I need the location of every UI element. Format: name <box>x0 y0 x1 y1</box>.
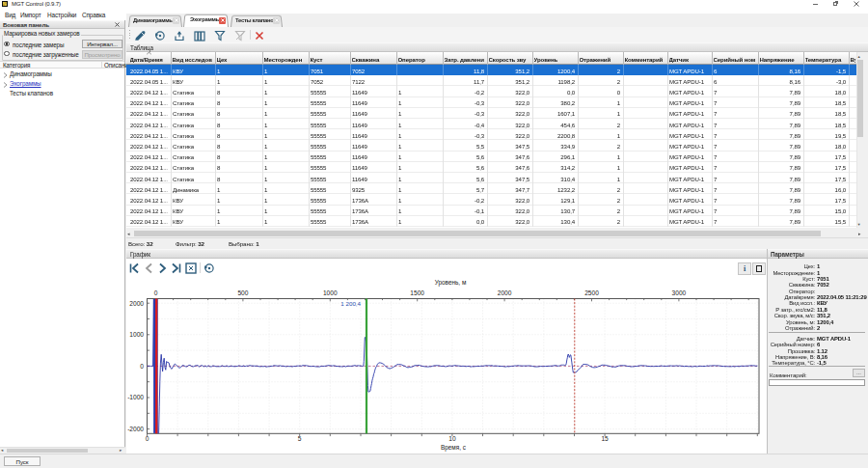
svg-text:1 200,4: 1 200,4 <box>340 300 361 307</box>
svg-text:5: 5 <box>298 435 302 442</box>
svg-text:1000: 1000 <box>129 331 144 338</box>
svg-text:500: 500 <box>237 289 248 296</box>
svg-text:15: 15 <box>601 435 609 442</box>
svg-text:0: 0 <box>140 363 144 370</box>
svg-text:2500: 2500 <box>584 289 599 296</box>
svg-text:-1000: -1000 <box>127 394 144 400</box>
svg-text:0: 0 <box>146 435 149 442</box>
svg-text:0: 0 <box>154 289 158 296</box>
svg-text:1000: 1000 <box>323 289 338 296</box>
svg-text:3000: 3000 <box>672 289 687 296</box>
svg-text:10: 10 <box>448 435 456 442</box>
svg-text:-2000: -2000 <box>127 426 144 432</box>
svg-text:Уровень, м: Уровень, м <box>435 279 467 287</box>
svg-text:2000: 2000 <box>498 289 512 296</box>
svg-text:1500: 1500 <box>410 289 424 296</box>
svg-text:Время, с: Время, с <box>441 444 467 452</box>
svg-text:2000: 2000 <box>129 300 144 307</box>
